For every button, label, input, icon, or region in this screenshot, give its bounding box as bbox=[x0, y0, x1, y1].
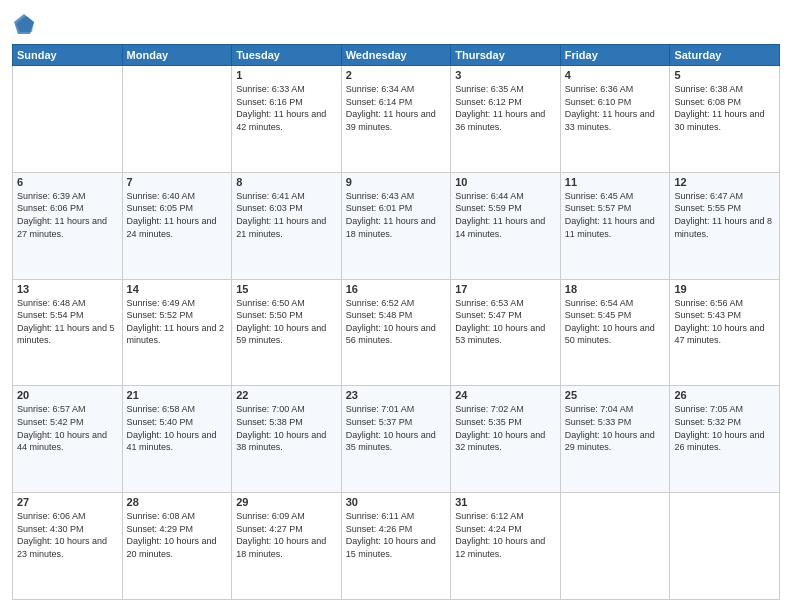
day-number: 16 bbox=[346, 283, 447, 295]
calendar-cell: 25Sunrise: 7:04 AM Sunset: 5:33 PM Dayli… bbox=[560, 386, 670, 493]
weekday-header: Wednesday bbox=[341, 45, 451, 66]
weekday-header: Sunday bbox=[13, 45, 123, 66]
day-number: 3 bbox=[455, 69, 556, 81]
calendar-cell: 4Sunrise: 6:36 AM Sunset: 6:10 PM Daylig… bbox=[560, 66, 670, 173]
day-info: Sunrise: 6:39 AM Sunset: 6:06 PM Dayligh… bbox=[17, 190, 118, 240]
day-number: 19 bbox=[674, 283, 775, 295]
day-info: Sunrise: 6:33 AM Sunset: 6:16 PM Dayligh… bbox=[236, 83, 337, 133]
calendar-cell: 17Sunrise: 6:53 AM Sunset: 5:47 PM Dayli… bbox=[451, 279, 561, 386]
logo bbox=[12, 12, 40, 36]
calendar-cell: 7Sunrise: 6:40 AM Sunset: 6:05 PM Daylig… bbox=[122, 172, 232, 279]
calendar-cell bbox=[560, 493, 670, 600]
calendar-cell: 6Sunrise: 6:39 AM Sunset: 6:06 PM Daylig… bbox=[13, 172, 123, 279]
day-number: 26 bbox=[674, 389, 775, 401]
day-number: 15 bbox=[236, 283, 337, 295]
weekday-header: Thursday bbox=[451, 45, 561, 66]
calendar-cell: 9Sunrise: 6:43 AM Sunset: 6:01 PM Daylig… bbox=[341, 172, 451, 279]
calendar-cell: 2Sunrise: 6:34 AM Sunset: 6:14 PM Daylig… bbox=[341, 66, 451, 173]
day-info: Sunrise: 6:34 AM Sunset: 6:14 PM Dayligh… bbox=[346, 83, 447, 133]
weekday-header: Monday bbox=[122, 45, 232, 66]
weekday-header: Friday bbox=[560, 45, 670, 66]
day-info: Sunrise: 6:12 AM Sunset: 4:24 PM Dayligh… bbox=[455, 510, 556, 560]
day-info: Sunrise: 6:45 AM Sunset: 5:57 PM Dayligh… bbox=[565, 190, 666, 240]
day-number: 27 bbox=[17, 496, 118, 508]
calendar-cell: 20Sunrise: 6:57 AM Sunset: 5:42 PM Dayli… bbox=[13, 386, 123, 493]
day-info: Sunrise: 7:00 AM Sunset: 5:38 PM Dayligh… bbox=[236, 403, 337, 453]
day-number: 25 bbox=[565, 389, 666, 401]
day-info: Sunrise: 6:56 AM Sunset: 5:43 PM Dayligh… bbox=[674, 297, 775, 347]
day-info: Sunrise: 6:49 AM Sunset: 5:52 PM Dayligh… bbox=[127, 297, 228, 347]
day-info: Sunrise: 6:38 AM Sunset: 6:08 PM Dayligh… bbox=[674, 83, 775, 133]
day-number: 12 bbox=[674, 176, 775, 188]
day-number: 28 bbox=[127, 496, 228, 508]
calendar-week-row: 1Sunrise: 6:33 AM Sunset: 6:16 PM Daylig… bbox=[13, 66, 780, 173]
day-info: Sunrise: 6:11 AM Sunset: 4:26 PM Dayligh… bbox=[346, 510, 447, 560]
calendar-cell: 23Sunrise: 7:01 AM Sunset: 5:37 PM Dayli… bbox=[341, 386, 451, 493]
day-number: 2 bbox=[346, 69, 447, 81]
calendar-cell: 27Sunrise: 6:06 AM Sunset: 4:30 PM Dayli… bbox=[13, 493, 123, 600]
day-number: 13 bbox=[17, 283, 118, 295]
day-number: 1 bbox=[236, 69, 337, 81]
calendar-cell: 26Sunrise: 7:05 AM Sunset: 5:32 PM Dayli… bbox=[670, 386, 780, 493]
day-info: Sunrise: 6:44 AM Sunset: 5:59 PM Dayligh… bbox=[455, 190, 556, 240]
calendar-cell: 21Sunrise: 6:58 AM Sunset: 5:40 PM Dayli… bbox=[122, 386, 232, 493]
calendar-cell: 16Sunrise: 6:52 AM Sunset: 5:48 PM Dayli… bbox=[341, 279, 451, 386]
calendar-cell: 12Sunrise: 6:47 AM Sunset: 5:55 PM Dayli… bbox=[670, 172, 780, 279]
header bbox=[12, 12, 780, 36]
day-info: Sunrise: 7:02 AM Sunset: 5:35 PM Dayligh… bbox=[455, 403, 556, 453]
calendar-week-row: 20Sunrise: 6:57 AM Sunset: 5:42 PM Dayli… bbox=[13, 386, 780, 493]
calendar-cell: 10Sunrise: 6:44 AM Sunset: 5:59 PM Dayli… bbox=[451, 172, 561, 279]
calendar-cell: 3Sunrise: 6:35 AM Sunset: 6:12 PM Daylig… bbox=[451, 66, 561, 173]
calendar-cell: 24Sunrise: 7:02 AM Sunset: 5:35 PM Dayli… bbox=[451, 386, 561, 493]
day-number: 21 bbox=[127, 389, 228, 401]
day-number: 22 bbox=[236, 389, 337, 401]
day-info: Sunrise: 6:09 AM Sunset: 4:27 PM Dayligh… bbox=[236, 510, 337, 560]
calendar-cell: 15Sunrise: 6:50 AM Sunset: 5:50 PM Dayli… bbox=[232, 279, 342, 386]
day-info: Sunrise: 6:52 AM Sunset: 5:48 PM Dayligh… bbox=[346, 297, 447, 347]
day-number: 14 bbox=[127, 283, 228, 295]
day-info: Sunrise: 6:41 AM Sunset: 6:03 PM Dayligh… bbox=[236, 190, 337, 240]
day-number: 31 bbox=[455, 496, 556, 508]
day-info: Sunrise: 7:01 AM Sunset: 5:37 PM Dayligh… bbox=[346, 403, 447, 453]
day-info: Sunrise: 6:08 AM Sunset: 4:29 PM Dayligh… bbox=[127, 510, 228, 560]
day-number: 20 bbox=[17, 389, 118, 401]
calendar-week-row: 27Sunrise: 6:06 AM Sunset: 4:30 PM Dayli… bbox=[13, 493, 780, 600]
day-info: Sunrise: 6:53 AM Sunset: 5:47 PM Dayligh… bbox=[455, 297, 556, 347]
day-number: 5 bbox=[674, 69, 775, 81]
calendar-cell: 22Sunrise: 7:00 AM Sunset: 5:38 PM Dayli… bbox=[232, 386, 342, 493]
day-info: Sunrise: 6:06 AM Sunset: 4:30 PM Dayligh… bbox=[17, 510, 118, 560]
calendar-cell bbox=[670, 493, 780, 600]
calendar-cell: 28Sunrise: 6:08 AM Sunset: 4:29 PM Dayli… bbox=[122, 493, 232, 600]
day-info: Sunrise: 6:47 AM Sunset: 5:55 PM Dayligh… bbox=[674, 190, 775, 240]
day-number: 6 bbox=[17, 176, 118, 188]
day-number: 9 bbox=[346, 176, 447, 188]
calendar-cell: 13Sunrise: 6:48 AM Sunset: 5:54 PM Dayli… bbox=[13, 279, 123, 386]
calendar-week-row: 13Sunrise: 6:48 AM Sunset: 5:54 PM Dayli… bbox=[13, 279, 780, 386]
day-info: Sunrise: 6:58 AM Sunset: 5:40 PM Dayligh… bbox=[127, 403, 228, 453]
calendar-cell: 11Sunrise: 6:45 AM Sunset: 5:57 PM Dayli… bbox=[560, 172, 670, 279]
logo-icon bbox=[12, 12, 36, 36]
day-info: Sunrise: 6:36 AM Sunset: 6:10 PM Dayligh… bbox=[565, 83, 666, 133]
day-info: Sunrise: 6:54 AM Sunset: 5:45 PM Dayligh… bbox=[565, 297, 666, 347]
calendar-cell: 8Sunrise: 6:41 AM Sunset: 6:03 PM Daylig… bbox=[232, 172, 342, 279]
calendar-cell: 19Sunrise: 6:56 AM Sunset: 5:43 PM Dayli… bbox=[670, 279, 780, 386]
calendar-cell: 29Sunrise: 6:09 AM Sunset: 4:27 PM Dayli… bbox=[232, 493, 342, 600]
day-number: 11 bbox=[565, 176, 666, 188]
calendar-cell: 31Sunrise: 6:12 AM Sunset: 4:24 PM Dayli… bbox=[451, 493, 561, 600]
day-number: 8 bbox=[236, 176, 337, 188]
calendar-week-row: 6Sunrise: 6:39 AM Sunset: 6:06 PM Daylig… bbox=[13, 172, 780, 279]
page: SundayMondayTuesdayWednesdayThursdayFrid… bbox=[0, 0, 792, 612]
day-info: Sunrise: 6:35 AM Sunset: 6:12 PM Dayligh… bbox=[455, 83, 556, 133]
day-info: Sunrise: 6:50 AM Sunset: 5:50 PM Dayligh… bbox=[236, 297, 337, 347]
weekday-header: Saturday bbox=[670, 45, 780, 66]
weekday-header-row: SundayMondayTuesdayWednesdayThursdayFrid… bbox=[13, 45, 780, 66]
day-number: 7 bbox=[127, 176, 228, 188]
day-number: 24 bbox=[455, 389, 556, 401]
day-number: 4 bbox=[565, 69, 666, 81]
calendar-cell: 1Sunrise: 6:33 AM Sunset: 6:16 PM Daylig… bbox=[232, 66, 342, 173]
day-number: 30 bbox=[346, 496, 447, 508]
calendar-cell bbox=[13, 66, 123, 173]
day-number: 17 bbox=[455, 283, 556, 295]
calendar-cell: 5Sunrise: 6:38 AM Sunset: 6:08 PM Daylig… bbox=[670, 66, 780, 173]
calendar-table: SundayMondayTuesdayWednesdayThursdayFrid… bbox=[12, 44, 780, 600]
